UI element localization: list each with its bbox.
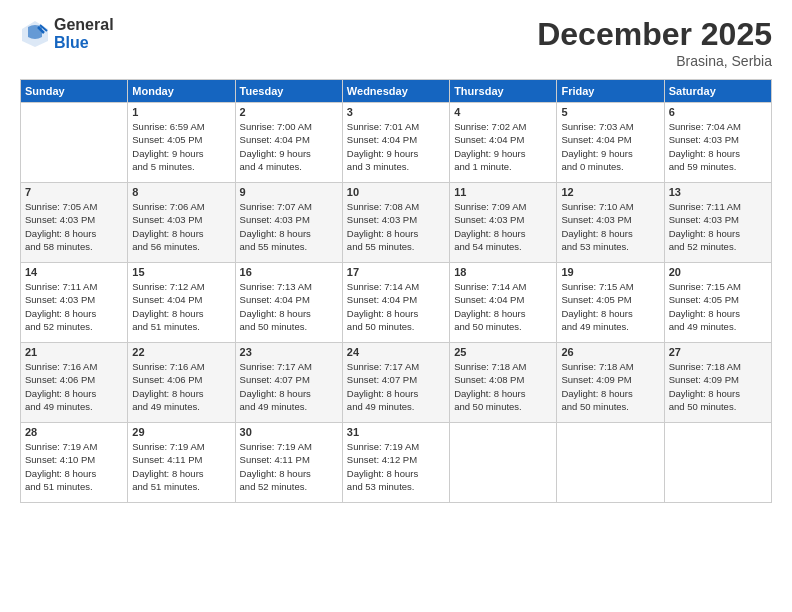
weekday-header: Wednesday — [342, 80, 449, 103]
cell-content: Sunrise: 7:11 AM Sunset: 4:03 PM Dayligh… — [669, 200, 767, 253]
calendar-cell: 11Sunrise: 7:09 AM Sunset: 4:03 PM Dayli… — [450, 183, 557, 263]
weekday-header: Tuesday — [235, 80, 342, 103]
cell-content: Sunrise: 7:11 AM Sunset: 4:03 PM Dayligh… — [25, 280, 123, 333]
calendar-cell: 17Sunrise: 7:14 AM Sunset: 4:04 PM Dayli… — [342, 263, 449, 343]
day-number: 4 — [454, 106, 552, 118]
cell-content: Sunrise: 7:18 AM Sunset: 4:09 PM Dayligh… — [561, 360, 659, 413]
calendar-cell: 4Sunrise: 7:02 AM Sunset: 4:04 PM Daylig… — [450, 103, 557, 183]
calendar-cell: 8Sunrise: 7:06 AM Sunset: 4:03 PM Daylig… — [128, 183, 235, 263]
day-number: 27 — [669, 346, 767, 358]
calendar-cell: 22Sunrise: 7:16 AM Sunset: 4:06 PM Dayli… — [128, 343, 235, 423]
calendar-week-row: 28Sunrise: 7:19 AM Sunset: 4:10 PM Dayli… — [21, 423, 772, 503]
calendar-cell — [450, 423, 557, 503]
calendar-header-row: SundayMondayTuesdayWednesdayThursdayFrid… — [21, 80, 772, 103]
day-number: 21 — [25, 346, 123, 358]
cell-content: Sunrise: 7:04 AM Sunset: 4:03 PM Dayligh… — [669, 120, 767, 173]
day-number: 23 — [240, 346, 338, 358]
cell-content: Sunrise: 7:14 AM Sunset: 4:04 PM Dayligh… — [347, 280, 445, 333]
month-title: December 2025 — [537, 16, 772, 53]
calendar-cell: 20Sunrise: 7:15 AM Sunset: 4:05 PM Dayli… — [664, 263, 771, 343]
calendar-cell: 16Sunrise: 7:13 AM Sunset: 4:04 PM Dayli… — [235, 263, 342, 343]
calendar-cell — [21, 103, 128, 183]
cell-content: Sunrise: 7:16 AM Sunset: 4:06 PM Dayligh… — [132, 360, 230, 413]
calendar-week-row: 21Sunrise: 7:16 AM Sunset: 4:06 PM Dayli… — [21, 343, 772, 423]
weekday-header: Sunday — [21, 80, 128, 103]
logo-blue-text: Blue — [54, 34, 114, 52]
calendar-cell: 6Sunrise: 7:04 AM Sunset: 4:03 PM Daylig… — [664, 103, 771, 183]
cell-content: Sunrise: 7:02 AM Sunset: 4:04 PM Dayligh… — [454, 120, 552, 173]
day-number: 10 — [347, 186, 445, 198]
calendar-cell: 7Sunrise: 7:05 AM Sunset: 4:03 PM Daylig… — [21, 183, 128, 263]
cell-content: Sunrise: 7:00 AM Sunset: 4:04 PM Dayligh… — [240, 120, 338, 173]
calendar-cell — [664, 423, 771, 503]
weekday-header: Monday — [128, 80, 235, 103]
cell-content: Sunrise: 7:17 AM Sunset: 4:07 PM Dayligh… — [347, 360, 445, 413]
header: General Blue December 2025 Brasina, Serb… — [20, 16, 772, 69]
day-number: 2 — [240, 106, 338, 118]
cell-content: Sunrise: 7:16 AM Sunset: 4:06 PM Dayligh… — [25, 360, 123, 413]
day-number: 28 — [25, 426, 123, 438]
calendar-cell: 19Sunrise: 7:15 AM Sunset: 4:05 PM Dayli… — [557, 263, 664, 343]
calendar-cell: 30Sunrise: 7:19 AM Sunset: 4:11 PM Dayli… — [235, 423, 342, 503]
day-number: 19 — [561, 266, 659, 278]
calendar-cell — [557, 423, 664, 503]
calendar-week-row: 1Sunrise: 6:59 AM Sunset: 4:05 PM Daylig… — [21, 103, 772, 183]
day-number: 31 — [347, 426, 445, 438]
cell-content: Sunrise: 7:19 AM Sunset: 4:12 PM Dayligh… — [347, 440, 445, 493]
day-number: 12 — [561, 186, 659, 198]
calendar-cell: 12Sunrise: 7:10 AM Sunset: 4:03 PM Dayli… — [557, 183, 664, 263]
calendar-cell: 18Sunrise: 7:14 AM Sunset: 4:04 PM Dayli… — [450, 263, 557, 343]
calendar-cell: 5Sunrise: 7:03 AM Sunset: 4:04 PM Daylig… — [557, 103, 664, 183]
calendar-table: SundayMondayTuesdayWednesdayThursdayFrid… — [20, 79, 772, 503]
calendar-cell: 23Sunrise: 7:17 AM Sunset: 4:07 PM Dayli… — [235, 343, 342, 423]
day-number: 24 — [347, 346, 445, 358]
cell-content: Sunrise: 7:19 AM Sunset: 4:10 PM Dayligh… — [25, 440, 123, 493]
cell-content: Sunrise: 7:12 AM Sunset: 4:04 PM Dayligh… — [132, 280, 230, 333]
cell-content: Sunrise: 7:15 AM Sunset: 4:05 PM Dayligh… — [561, 280, 659, 333]
logo-icon — [20, 19, 50, 49]
logo: General Blue — [20, 16, 114, 51]
logo-general-text: General — [54, 16, 114, 34]
calendar-week-row: 14Sunrise: 7:11 AM Sunset: 4:03 PM Dayli… — [21, 263, 772, 343]
day-number: 22 — [132, 346, 230, 358]
day-number: 14 — [25, 266, 123, 278]
calendar-cell: 25Sunrise: 7:18 AM Sunset: 4:08 PM Dayli… — [450, 343, 557, 423]
cell-content: Sunrise: 7:06 AM Sunset: 4:03 PM Dayligh… — [132, 200, 230, 253]
day-number: 16 — [240, 266, 338, 278]
cell-content: Sunrise: 7:18 AM Sunset: 4:09 PM Dayligh… — [669, 360, 767, 413]
cell-content: Sunrise: 7:18 AM Sunset: 4:08 PM Dayligh… — [454, 360, 552, 413]
calendar-cell: 1Sunrise: 6:59 AM Sunset: 4:05 PM Daylig… — [128, 103, 235, 183]
calendar-cell: 10Sunrise: 7:08 AM Sunset: 4:03 PM Dayli… — [342, 183, 449, 263]
cell-content: Sunrise: 7:07 AM Sunset: 4:03 PM Dayligh… — [240, 200, 338, 253]
day-number: 17 — [347, 266, 445, 278]
day-number: 5 — [561, 106, 659, 118]
calendar-cell: 3Sunrise: 7:01 AM Sunset: 4:04 PM Daylig… — [342, 103, 449, 183]
cell-content: Sunrise: 7:15 AM Sunset: 4:05 PM Dayligh… — [669, 280, 767, 333]
cell-content: Sunrise: 7:19 AM Sunset: 4:11 PM Dayligh… — [132, 440, 230, 493]
cell-content: Sunrise: 7:03 AM Sunset: 4:04 PM Dayligh… — [561, 120, 659, 173]
calendar-cell: 29Sunrise: 7:19 AM Sunset: 4:11 PM Dayli… — [128, 423, 235, 503]
cell-content: Sunrise: 7:05 AM Sunset: 4:03 PM Dayligh… — [25, 200, 123, 253]
day-number: 7 — [25, 186, 123, 198]
day-number: 8 — [132, 186, 230, 198]
day-number: 26 — [561, 346, 659, 358]
calendar-cell: 14Sunrise: 7:11 AM Sunset: 4:03 PM Dayli… — [21, 263, 128, 343]
page: General Blue December 2025 Brasina, Serb… — [0, 0, 792, 612]
cell-content: Sunrise: 7:14 AM Sunset: 4:04 PM Dayligh… — [454, 280, 552, 333]
location: Brasina, Serbia — [537, 53, 772, 69]
cell-content: Sunrise: 7:01 AM Sunset: 4:04 PM Dayligh… — [347, 120, 445, 173]
weekday-header: Saturday — [664, 80, 771, 103]
calendar-cell: 31Sunrise: 7:19 AM Sunset: 4:12 PM Dayli… — [342, 423, 449, 503]
day-number: 20 — [669, 266, 767, 278]
title-block: December 2025 Brasina, Serbia — [537, 16, 772, 69]
day-number: 9 — [240, 186, 338, 198]
calendar-cell: 28Sunrise: 7:19 AM Sunset: 4:10 PM Dayli… — [21, 423, 128, 503]
calendar-cell: 15Sunrise: 7:12 AM Sunset: 4:04 PM Dayli… — [128, 263, 235, 343]
day-number: 25 — [454, 346, 552, 358]
logo-text: General Blue — [54, 16, 114, 51]
calendar-cell: 24Sunrise: 7:17 AM Sunset: 4:07 PM Dayli… — [342, 343, 449, 423]
day-number: 18 — [454, 266, 552, 278]
cell-content: Sunrise: 7:19 AM Sunset: 4:11 PM Dayligh… — [240, 440, 338, 493]
cell-content: Sunrise: 6:59 AM Sunset: 4:05 PM Dayligh… — [132, 120, 230, 173]
calendar-cell: 13Sunrise: 7:11 AM Sunset: 4:03 PM Dayli… — [664, 183, 771, 263]
